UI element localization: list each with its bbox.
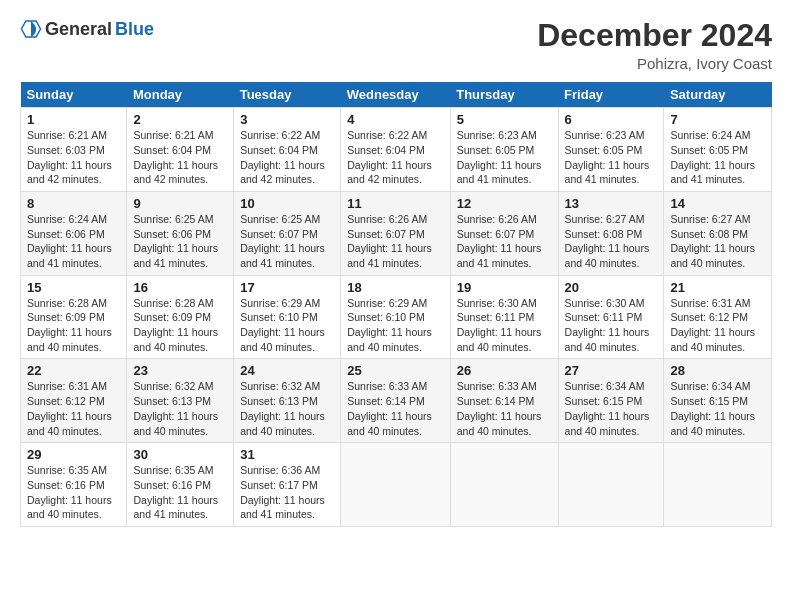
calendar-cell: 14 Sunrise: 6:27 AM Sunset: 6:08 PM Dayl…	[664, 191, 772, 275]
calendar-cell: 9 Sunrise: 6:25 AM Sunset: 6:06 PM Dayli…	[127, 191, 234, 275]
day-number: 28	[670, 363, 765, 378]
day-info: Sunrise: 6:27 AM Sunset: 6:08 PM Dayligh…	[565, 212, 658, 271]
calendar-cell: 15 Sunrise: 6:28 AM Sunset: 6:09 PM Dayl…	[21, 275, 127, 359]
day-info: Sunrise: 6:22 AM Sunset: 6:04 PM Dayligh…	[347, 128, 443, 187]
calendar-header-row: SundayMondayTuesdayWednesdayThursdayFrid…	[21, 82, 772, 108]
calendar-cell	[664, 443, 772, 527]
day-number: 13	[565, 196, 658, 211]
day-number: 16	[133, 280, 227, 295]
week-row-1: 1 Sunrise: 6:21 AM Sunset: 6:03 PM Dayli…	[21, 108, 772, 192]
calendar-cell: 2 Sunrise: 6:21 AM Sunset: 6:04 PM Dayli…	[127, 108, 234, 192]
day-info: Sunrise: 6:33 AM Sunset: 6:14 PM Dayligh…	[347, 379, 443, 438]
day-number: 2	[133, 112, 227, 127]
week-row-3: 15 Sunrise: 6:28 AM Sunset: 6:09 PM Dayl…	[21, 275, 772, 359]
month-title: December 2024	[537, 18, 772, 53]
day-number: 11	[347, 196, 443, 211]
calendar-cell	[558, 443, 664, 527]
day-info: Sunrise: 6:27 AM Sunset: 6:08 PM Dayligh…	[670, 212, 765, 271]
header-saturday: Saturday	[664, 82, 772, 108]
day-number: 14	[670, 196, 765, 211]
day-info: Sunrise: 6:21 AM Sunset: 6:04 PM Dayligh…	[133, 128, 227, 187]
calendar-cell: 28 Sunrise: 6:34 AM Sunset: 6:15 PM Dayl…	[664, 359, 772, 443]
calendar-cell: 12 Sunrise: 6:26 AM Sunset: 6:07 PM Dayl…	[450, 191, 558, 275]
week-row-4: 22 Sunrise: 6:31 AM Sunset: 6:12 PM Dayl…	[21, 359, 772, 443]
day-info: Sunrise: 6:23 AM Sunset: 6:05 PM Dayligh…	[457, 128, 552, 187]
day-info: Sunrise: 6:26 AM Sunset: 6:07 PM Dayligh…	[347, 212, 443, 271]
day-info: Sunrise: 6:22 AM Sunset: 6:04 PM Dayligh…	[240, 128, 334, 187]
day-info: Sunrise: 6:26 AM Sunset: 6:07 PM Dayligh…	[457, 212, 552, 271]
calendar-cell: 18 Sunrise: 6:29 AM Sunset: 6:10 PM Dayl…	[341, 275, 450, 359]
day-number: 7	[670, 112, 765, 127]
day-number: 27	[565, 363, 658, 378]
day-info: Sunrise: 6:28 AM Sunset: 6:09 PM Dayligh…	[27, 296, 120, 355]
calendar-cell: 23 Sunrise: 6:32 AM Sunset: 6:13 PM Dayl…	[127, 359, 234, 443]
day-info: Sunrise: 6:31 AM Sunset: 6:12 PM Dayligh…	[27, 379, 120, 438]
day-info: Sunrise: 6:33 AM Sunset: 6:14 PM Dayligh…	[457, 379, 552, 438]
calendar-cell: 29 Sunrise: 6:35 AM Sunset: 6:16 PM Dayl…	[21, 443, 127, 527]
week-row-5: 29 Sunrise: 6:35 AM Sunset: 6:16 PM Dayl…	[21, 443, 772, 527]
week-row-2: 8 Sunrise: 6:24 AM Sunset: 6:06 PM Dayli…	[21, 191, 772, 275]
day-number: 21	[670, 280, 765, 295]
calendar-cell: 31 Sunrise: 6:36 AM Sunset: 6:17 PM Dayl…	[234, 443, 341, 527]
day-number: 1	[27, 112, 120, 127]
calendar-cell: 30 Sunrise: 6:35 AM Sunset: 6:16 PM Dayl…	[127, 443, 234, 527]
calendar-cell: 3 Sunrise: 6:22 AM Sunset: 6:04 PM Dayli…	[234, 108, 341, 192]
calendar-cell: 5 Sunrise: 6:23 AM Sunset: 6:05 PM Dayli…	[450, 108, 558, 192]
day-info: Sunrise: 6:30 AM Sunset: 6:11 PM Dayligh…	[457, 296, 552, 355]
day-number: 18	[347, 280, 443, 295]
day-number: 24	[240, 363, 334, 378]
logo-general: General	[45, 19, 112, 40]
day-info: Sunrise: 6:34 AM Sunset: 6:15 PM Dayligh…	[670, 379, 765, 438]
calendar-cell: 16 Sunrise: 6:28 AM Sunset: 6:09 PM Dayl…	[127, 275, 234, 359]
calendar-cell	[341, 443, 450, 527]
day-number: 8	[27, 196, 120, 211]
calendar-cell: 8 Sunrise: 6:24 AM Sunset: 6:06 PM Dayli…	[21, 191, 127, 275]
calendar-cell: 13 Sunrise: 6:27 AM Sunset: 6:08 PM Dayl…	[558, 191, 664, 275]
day-number: 31	[240, 447, 334, 462]
calendar-cell: 6 Sunrise: 6:23 AM Sunset: 6:05 PM Dayli…	[558, 108, 664, 192]
day-info: Sunrise: 6:35 AM Sunset: 6:16 PM Dayligh…	[27, 463, 120, 522]
day-number: 19	[457, 280, 552, 295]
calendar-cell	[450, 443, 558, 527]
day-info: Sunrise: 6:23 AM Sunset: 6:05 PM Dayligh…	[565, 128, 658, 187]
day-number: 9	[133, 196, 227, 211]
day-number: 12	[457, 196, 552, 211]
day-info: Sunrise: 6:25 AM Sunset: 6:07 PM Dayligh…	[240, 212, 334, 271]
day-info: Sunrise: 6:35 AM Sunset: 6:16 PM Dayligh…	[133, 463, 227, 522]
day-number: 29	[27, 447, 120, 462]
day-info: Sunrise: 6:31 AM Sunset: 6:12 PM Dayligh…	[670, 296, 765, 355]
day-info: Sunrise: 6:29 AM Sunset: 6:10 PM Dayligh…	[240, 296, 334, 355]
day-number: 5	[457, 112, 552, 127]
calendar-cell: 25 Sunrise: 6:33 AM Sunset: 6:14 PM Dayl…	[341, 359, 450, 443]
location-title: Pohizra, Ivory Coast	[537, 55, 772, 72]
day-info: Sunrise: 6:24 AM Sunset: 6:06 PM Dayligh…	[27, 212, 120, 271]
calendar-table: SundayMondayTuesdayWednesdayThursdayFrid…	[20, 82, 772, 527]
header-thursday: Thursday	[450, 82, 558, 108]
day-number: 23	[133, 363, 227, 378]
day-number: 10	[240, 196, 334, 211]
calendar-cell: 17 Sunrise: 6:29 AM Sunset: 6:10 PM Dayl…	[234, 275, 341, 359]
day-number: 17	[240, 280, 334, 295]
header-tuesday: Tuesday	[234, 82, 341, 108]
calendar-cell: 26 Sunrise: 6:33 AM Sunset: 6:14 PM Dayl…	[450, 359, 558, 443]
header-friday: Friday	[558, 82, 664, 108]
calendar-cell: 7 Sunrise: 6:24 AM Sunset: 6:05 PM Dayli…	[664, 108, 772, 192]
calendar-cell: 21 Sunrise: 6:31 AM Sunset: 6:12 PM Dayl…	[664, 275, 772, 359]
day-info: Sunrise: 6:36 AM Sunset: 6:17 PM Dayligh…	[240, 463, 334, 522]
logo-icon	[20, 18, 42, 40]
day-number: 20	[565, 280, 658, 295]
calendar-cell: 24 Sunrise: 6:32 AM Sunset: 6:13 PM Dayl…	[234, 359, 341, 443]
logo-blue: Blue	[115, 19, 154, 40]
calendar-cell: 19 Sunrise: 6:30 AM Sunset: 6:11 PM Dayl…	[450, 275, 558, 359]
calendar-cell: 27 Sunrise: 6:34 AM Sunset: 6:15 PM Dayl…	[558, 359, 664, 443]
calendar-cell: 4 Sunrise: 6:22 AM Sunset: 6:04 PM Dayli…	[341, 108, 450, 192]
day-number: 30	[133, 447, 227, 462]
day-number: 15	[27, 280, 120, 295]
header-sunday: Sunday	[21, 82, 127, 108]
calendar-cell: 20 Sunrise: 6:30 AM Sunset: 6:11 PM Dayl…	[558, 275, 664, 359]
day-info: Sunrise: 6:32 AM Sunset: 6:13 PM Dayligh…	[133, 379, 227, 438]
day-info: Sunrise: 6:21 AM Sunset: 6:03 PM Dayligh…	[27, 128, 120, 187]
header-monday: Monday	[127, 82, 234, 108]
day-info: Sunrise: 6:32 AM Sunset: 6:13 PM Dayligh…	[240, 379, 334, 438]
day-info: Sunrise: 6:28 AM Sunset: 6:09 PM Dayligh…	[133, 296, 227, 355]
